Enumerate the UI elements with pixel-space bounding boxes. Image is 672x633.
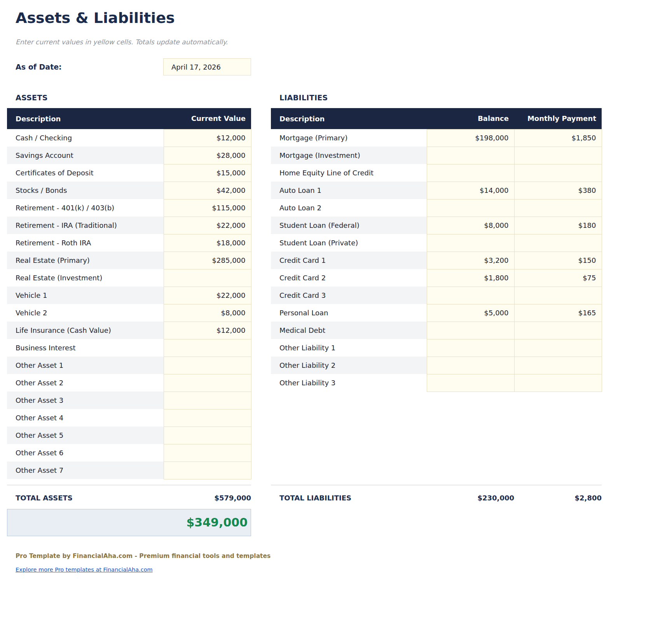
asset-value-cell[interactable]: $18,000: [164, 234, 251, 252]
liability-balance-cell[interactable]: $3,200: [427, 252, 514, 269]
liability-description: Credit Card 3: [271, 287, 427, 304]
liability-balance-cell[interactable]: [427, 374, 514, 392]
total-assets-value: $579,000: [164, 494, 251, 502]
liability-payment-cell[interactable]: [514, 199, 602, 217]
asset-row: Other Asset 5: [7, 427, 251, 444]
liabilities-header-description: Description: [271, 108, 427, 129]
footer-templates-link[interactable]: Explore more Pro templates at FinancialA…: [16, 567, 153, 573]
liability-balance-cell[interactable]: [427, 164, 514, 182]
liability-payment-cell[interactable]: [514, 374, 602, 392]
assets-section-title: ASSETS: [7, 93, 251, 102]
asset-row: Other Asset 6: [7, 444, 251, 462]
page-title: Assets & Liabilities: [16, 9, 665, 26]
liability-balance-cell[interactable]: [427, 287, 514, 304]
asset-value-cell[interactable]: $8,000: [164, 304, 251, 322]
asset-row: Vehicle 1$22,000: [7, 287, 251, 304]
asset-value-cell[interactable]: $12,000: [164, 322, 251, 339]
asset-value-cell[interactable]: [164, 462, 251, 479]
asset-description: Other Asset 5: [7, 427, 164, 444]
page-subtitle: Enter current values in yellow cells. To…: [16, 38, 665, 46]
liability-balance-cell[interactable]: $14,000: [427, 182, 514, 199]
asset-value-cell[interactable]: [164, 339, 251, 357]
liability-balance-cell[interactable]: [427, 339, 514, 357]
liability-description: Home Equity Line of Credit: [271, 164, 427, 182]
liability-payment-cell[interactable]: $150: [514, 252, 602, 269]
liability-payment-cell[interactable]: [514, 322, 602, 339]
liability-row: Mortgage (Investment): [271, 147, 602, 164]
liability-payment-cell[interactable]: $180: [514, 217, 602, 234]
asset-row: Stocks / Bonds$42,000: [7, 182, 251, 199]
asset-value-cell[interactable]: $15,000: [164, 164, 251, 182]
asset-row: Business Interest: [7, 339, 251, 357]
total-liabilities-payment: $2,800: [514, 494, 602, 502]
asset-value-cell[interactable]: $22,000: [164, 217, 251, 234]
liability-payment-cell[interactable]: $380: [514, 182, 602, 199]
assets-column: ASSETS Description Current Value Cash / …: [7, 93, 251, 502]
liability-row: Auto Loan 1$14,000$380: [271, 182, 602, 199]
liability-description: Mortgage (Investment): [271, 147, 427, 164]
asset-value-cell[interactable]: $28,000: [164, 147, 251, 164]
liability-payment-cell[interactable]: [514, 287, 602, 304]
footer: Pro Template by FinancialAha.com - Premi…: [16, 553, 665, 573]
asset-value-cell[interactable]: $115,000: [164, 199, 251, 217]
asset-description: Other Asset 2: [7, 374, 164, 392]
liability-description: Personal Loan: [271, 304, 427, 322]
liability-balance-cell[interactable]: [427, 199, 514, 217]
liability-payment-cell[interactable]: $1,850: [514, 129, 602, 147]
liability-balance-cell[interactable]: $8,000: [427, 217, 514, 234]
as-of-date-input[interactable]: April 17, 2026: [163, 58, 251, 75]
asset-row: Certificates of Deposit$15,000: [7, 164, 251, 182]
asset-value-cell[interactable]: [164, 427, 251, 444]
liability-description: Student Loan (Private): [271, 234, 427, 252]
liability-payment-cell[interactable]: [514, 164, 602, 182]
asset-value-cell[interactable]: [164, 444, 251, 462]
liability-balance-cell[interactable]: [427, 357, 514, 374]
footer-promo-text: Pro Template by FinancialAha.com - Premi…: [16, 553, 665, 560]
asset-value-cell[interactable]: [164, 392, 251, 409]
liabilities-header-balance: Balance: [427, 108, 514, 129]
asset-value-cell[interactable]: [164, 357, 251, 374]
asset-value-cell[interactable]: [164, 374, 251, 392]
asset-value-cell[interactable]: $22,000: [164, 287, 251, 304]
liability-payment-cell[interactable]: $165: [514, 304, 602, 322]
liability-description: Auto Loan 2: [271, 199, 427, 217]
liability-payment-cell[interactable]: [514, 357, 602, 374]
asset-description: Cash / Checking: [7, 129, 164, 147]
liability-description: Auto Loan 1: [271, 182, 427, 199]
liability-balance-cell[interactable]: [427, 147, 514, 164]
liability-balance-cell[interactable]: $5,000: [427, 304, 514, 322]
asset-description: Savings Account: [7, 147, 164, 164]
asset-value-cell[interactable]: $12,000: [164, 129, 251, 147]
asset-value-cell[interactable]: $42,000: [164, 182, 251, 199]
liability-balance-cell[interactable]: $1,800: [427, 269, 514, 287]
liability-balance-cell[interactable]: $198,000: [427, 129, 514, 147]
liability-row: Other Liability 1: [271, 339, 602, 357]
asset-row: Other Asset 3: [7, 392, 251, 409]
asset-description: Other Asset 6: [7, 444, 164, 462]
as-of-date-row: As of Date: April 17, 2026: [16, 58, 665, 75]
liability-row: Medical Debt: [271, 322, 602, 339]
asset-row: Other Asset 4: [7, 409, 251, 427]
liability-balance-cell[interactable]: [427, 322, 514, 339]
asset-description: Vehicle 1: [7, 287, 164, 304]
total-liabilities-label: TOTAL LIABILITIES: [271, 494, 427, 502]
liability-description: Student Loan (Federal): [271, 217, 427, 234]
asset-value-cell[interactable]: [164, 269, 251, 287]
asset-value-cell[interactable]: $285,000: [164, 252, 251, 269]
liability-row: Auto Loan 2: [271, 199, 602, 217]
liability-balance-cell[interactable]: [427, 234, 514, 252]
liability-description: Medical Debt: [271, 322, 427, 339]
assets-header-row: Description Current Value: [7, 108, 251, 129]
liability-payment-cell[interactable]: [514, 147, 602, 164]
liability-payment-cell[interactable]: [514, 234, 602, 252]
liability-row: Other Liability 3: [271, 374, 602, 392]
liability-payment-cell[interactable]: [514, 339, 602, 357]
asset-row: Cash / Checking$12,000: [7, 129, 251, 147]
liabilities-header-monthly-payment: Monthly Payment: [514, 108, 602, 129]
asset-value-cell[interactable]: [164, 409, 251, 427]
liability-row: Mortgage (Primary)$198,000$1,850: [271, 129, 602, 147]
liabilities-column: LIABILITIES Description Balance Monthly …: [271, 93, 602, 502]
asset-description: Stocks / Bonds: [7, 182, 164, 199]
liability-row: Personal Loan$5,000$165: [271, 304, 602, 322]
liability-payment-cell[interactable]: $75: [514, 269, 602, 287]
